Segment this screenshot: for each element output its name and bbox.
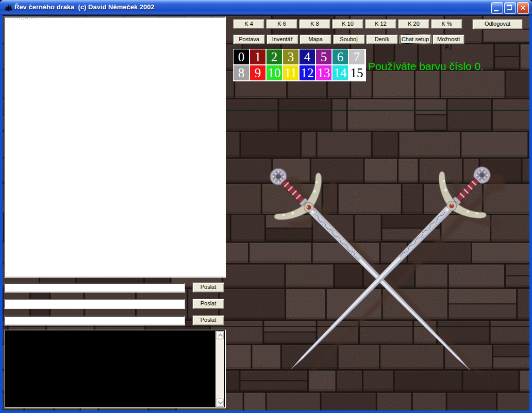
tab-button-label: Mapa xyxy=(307,35,324,43)
palette-color-8[interactable]: 8 xyxy=(234,65,249,80)
client-area: -''-'''--''-'''- PoslatPoslatPoslat K 4K… xyxy=(3,15,529,410)
send-button-3[interactable]: Poslat xyxy=(192,315,224,325)
dragon-app-icon xyxy=(4,3,13,12)
send-button-label: Poslat xyxy=(200,316,218,324)
dice-k10-button[interactable]: K 10 xyxy=(332,19,363,29)
palette-color-0[interactable]: 0 xyxy=(234,49,249,64)
palette-color-14[interactable]: 14 xyxy=(332,65,348,80)
chat-log-area[interactable]: -''-'''--''-'''- xyxy=(4,16,226,278)
send-button-label: Poslat xyxy=(200,283,218,291)
tab-chat-setup-button[interactable]: Chat setup xyxy=(400,35,431,44)
app-window: Řev černého draka (c) David Němeček 2002… xyxy=(0,0,532,413)
dice-k4-button[interactable]: K 4 xyxy=(233,19,264,29)
dice-k20-button[interactable]: K 20 xyxy=(398,19,429,29)
tab-postava-button[interactable]: Postava xyxy=(233,35,265,44)
palette-color-9[interactable]: 9 xyxy=(250,65,265,80)
dice-k6-button[interactable]: K 6 xyxy=(266,19,297,29)
palette-color-13[interactable]: 13 xyxy=(316,65,331,80)
send-button-label: Poslat xyxy=(200,299,218,308)
palette-color-5[interactable]: 5 xyxy=(316,49,331,64)
palette-color-10[interactable]: 10 xyxy=(267,65,282,80)
tab-moznosti-pj-button[interactable]: Možnosti PJ xyxy=(433,35,464,44)
palette-color-12[interactable]: 12 xyxy=(300,65,315,80)
dice-button-label: K 20 xyxy=(407,20,421,28)
send-button-1[interactable]: Poslat xyxy=(192,282,224,292)
window-controls: ✕ xyxy=(491,2,529,14)
minimize-icon xyxy=(494,10,498,11)
palette-color-3[interactable]: 3 xyxy=(283,49,298,64)
dice-button-label: K 10 xyxy=(341,20,355,28)
title-bar[interactable]: Řev černého draka (c) David Němeček 2002… xyxy=(0,0,532,15)
tab-button-label: Deník xyxy=(374,35,391,43)
dice-button-label: K 12 xyxy=(374,20,388,28)
maximize-icon xyxy=(507,5,512,10)
tab-button-label: Postava xyxy=(238,35,260,43)
chevron-down-icon xyxy=(218,400,223,405)
color-palette: 0123456789101112131415 xyxy=(233,49,366,81)
palette-color-15[interactable]: 15 xyxy=(349,65,364,80)
tab-button-label: Souboj xyxy=(339,35,358,43)
minimize-button[interactable] xyxy=(491,2,503,14)
tab-denik-button[interactable]: Deník xyxy=(366,35,398,44)
dice-button-label: K 8 xyxy=(309,20,320,28)
message-input-3[interactable] xyxy=(4,316,185,325)
close-button[interactable]: ✕ xyxy=(517,2,529,14)
dice-k12-button[interactable]: K 12 xyxy=(365,19,396,29)
palette-color-11[interactable]: 11 xyxy=(283,65,298,80)
chevron-up-icon xyxy=(218,334,223,339)
palette-color-1[interactable]: 1 xyxy=(250,49,265,64)
logout-button[interactable]: Odlogovat xyxy=(472,19,523,29)
dice-k8-button[interactable]: K 8 xyxy=(299,19,330,29)
chat-log-tiny-text: -''-'''--''-'''- xyxy=(6,18,39,21)
scroll-up-button[interactable] xyxy=(216,331,224,339)
message-input-2[interactable] xyxy=(4,299,185,309)
palette-color-4[interactable]: 4 xyxy=(300,49,315,64)
log-scrollbar[interactable] xyxy=(215,331,224,407)
send-button-2[interactable]: Poslat xyxy=(192,299,224,309)
tab-button-label: Inventář xyxy=(271,35,294,43)
palette-color-6[interactable]: 6 xyxy=(332,49,348,64)
dice-button-label: K % xyxy=(440,20,453,28)
dice-k-percent-button[interactable]: K % xyxy=(431,19,462,29)
tab-button-label: Možnosti PJ xyxy=(433,35,464,51)
message-input-1[interactable] xyxy=(4,283,185,292)
dice-button-label: K 4 xyxy=(243,20,254,28)
tab-mapa-button[interactable]: Mapa xyxy=(300,35,331,44)
scroll-down-button[interactable] xyxy=(216,399,224,407)
palette-color-7[interactable]: 7 xyxy=(349,49,364,64)
tab-souboj-button[interactable]: Souboj xyxy=(333,35,365,44)
palette-color-2[interactable]: 2 xyxy=(267,49,282,64)
tab-inventar-button[interactable]: Inventář xyxy=(267,35,298,44)
color-status: Používáte barvu číslo 0. xyxy=(368,60,484,73)
close-icon: ✕ xyxy=(518,4,528,12)
dice-button-label: K 6 xyxy=(276,20,287,28)
window-title: Řev černého draka (c) David Němeček 2002 xyxy=(14,3,155,11)
maximize-button[interactable] xyxy=(504,2,516,14)
tab-button-label: Chat setup xyxy=(401,35,430,43)
system-log-area[interactable] xyxy=(4,330,226,408)
